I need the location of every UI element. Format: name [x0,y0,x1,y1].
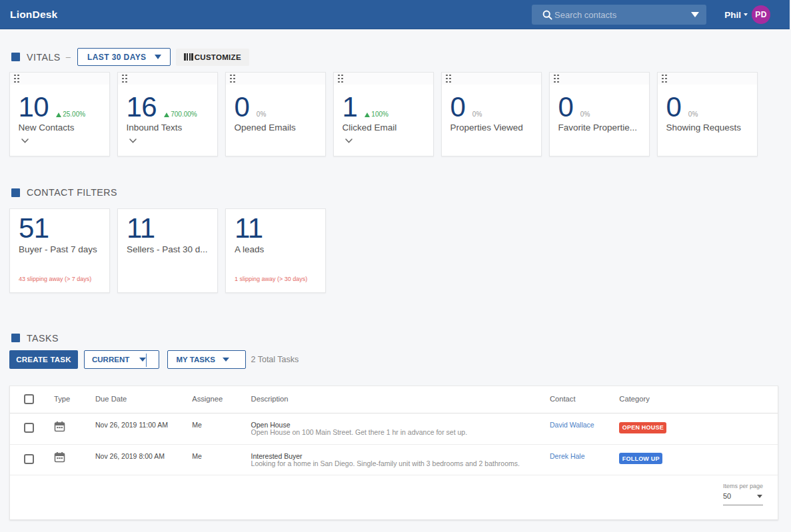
contact-filters-bullet-icon [11,188,20,197]
date-range-dropdown[interactable]: LAST 30 DAYS [77,48,171,66]
filter-card-sellers-past-d[interactable]: 11 Sellers - Past 30 d... [117,208,218,293]
row-checkbox[interactable] [24,423,34,433]
contact-search[interactable] [532,5,706,25]
card-header-band [226,73,325,85]
contact-filters-header: CONTACT FILTERS [11,187,791,198]
task-row: Nov 26, 2019 11:00 AM Me Open House Open… [10,413,778,445]
metric-value: 0 [235,93,250,121]
filter-label: Buyer - Past 7 days [19,244,105,254]
card-body: 16 700.00% Inbound Texts [118,85,217,143]
task-owner-dropdown[interactable]: MY TASKS [167,350,246,369]
vitals-card-clicked-email: 1 100% Clicked Email [333,72,434,156]
date-range-caret-icon [155,55,161,59]
chevron-down-icon[interactable] [129,138,137,143]
user-area: Phil PD [724,0,770,29]
user-menu-caret-icon [744,13,748,16]
delta-up-icon [365,113,370,117]
task-filter-label: CURRENT [92,356,129,364]
avatar[interactable]: PD [752,5,770,24]
card-header-band [334,73,433,85]
metric-value: 0 [450,93,466,121]
vitals-cards-row: 10 25.00% New Contacts 16 700.00% Inboun… [9,72,791,156]
task-subtitle: Open House on 100 Main Street. Get there… [251,428,550,436]
filter-count: 51 [19,214,49,242]
row-checkbox[interactable] [24,454,34,464]
card-body: 51 Buyer - Past 7 days 43 slipping away … [10,209,109,255]
drag-handle-icon[interactable] [554,75,559,83]
calendar-icon [54,451,65,463]
vitals-card-new-contacts: 10 25.00% New Contacts [9,72,110,156]
tasks-bullet-icon [11,334,20,342]
task-due-date: Nov 26, 2019 11:00 AM [95,413,192,429]
card-body: 11 A leads 1 slipping away (> 30 days) [226,209,325,255]
select-all-checkbox[interactable] [24,394,34,404]
vitals-card-showing-requests: 0 0% Showing Requests [657,72,758,156]
card-body: 0 0% Showing Requests [658,85,757,133]
search-dropdown-caret-icon[interactable] [691,12,699,17]
search-icon [542,10,552,20]
metric-label: New Contacts [19,123,106,133]
contact-link[interactable]: Derek Hale [550,452,585,460]
liondesk-logo[interactable]: LionDesk [10,9,57,21]
vitals-dash: – [66,52,71,62]
drag-handle-icon[interactable] [122,75,127,83]
drag-handle-icon[interactable] [446,75,451,83]
metric-value: 16 [127,93,157,121]
items-per-page-select[interactable]: 50 [723,490,763,505]
card-header-band [550,73,649,85]
filter-count: 11 [235,214,263,242]
task-assignee: Me [192,445,251,460]
top-navigation-bar: LionDesk Phil PD [0,0,791,29]
column-type: Type [47,386,95,403]
user-menu[interactable]: Phil [724,10,748,20]
column-category: Category [619,386,778,403]
metric-value: 10 [19,93,49,121]
drag-handle-icon[interactable] [14,75,19,83]
contact-link[interactable]: David Wallace [550,421,594,429]
create-task-button[interactable]: CREATE TASK [9,350,78,369]
column-description: Description [251,386,550,403]
task-filter-cursor [146,354,147,367]
customize-button[interactable]: CUSTOMIZE [176,49,249,66]
chevron-down-icon[interactable] [21,138,29,143]
table-body: Nov 26, 2019 11:00 AM Me Open House Open… [10,413,778,475]
task-subtitle: Looking for a home in San Diego. Single-… [251,459,550,467]
metric-label: Inbound Texts [127,123,214,133]
column-contact: Contact [550,386,619,403]
card-header-band [658,73,757,85]
card-header-band [442,73,541,85]
card-header-band [10,73,109,85]
search-input[interactable] [554,10,691,20]
items-per-page-caret-icon [757,495,762,498]
task-assignee: Me [192,413,251,429]
delta-up-icon [164,113,169,117]
chevron-down-icon[interactable] [345,138,353,143]
metric-label: Showing Requests [666,123,754,133]
tasks-table: Type Due Date Assignee Description Conta… [9,386,778,520]
filter-card-buyer-past-days[interactable]: 51 Buyer - Past 7 days 43 slipping away … [9,208,110,293]
filter-card-a-leads[interactable]: 11 A leads 1 slipping away (> 30 days) [225,208,326,293]
items-per-page: Items per page 50 [723,483,763,505]
metric-value: 1 [343,93,358,121]
drag-handle-icon[interactable] [338,75,343,83]
metric-label: Favorite Propertie... [558,123,646,133]
task-filter-caret-icon [139,358,146,362]
vitals-header: VITALS – LAST 30 DAYS CUSTOMIZE [11,48,791,66]
calendar-icon [54,421,65,432]
tasks-section: TASKS CREATE TASK CURRENT MY TASKS 2 Tot… [0,333,791,521]
contact-filter-cards-row: 51 Buyer - Past 7 days 43 slipping away … [9,208,791,293]
metric-delta: 100% [365,111,389,118]
metric-delta: 0% [580,111,590,118]
task-filter-dropdown[interactable]: CURRENT [84,350,159,369]
category-badge: OPEN HOUSE [619,422,666,433]
vitals-card-inbound-texts: 16 700.00% Inbound Texts [117,72,218,156]
vitals-bullet-icon [11,53,20,61]
drag-handle-icon[interactable] [662,75,667,83]
total-tasks-text: 2 Total Tasks [251,355,299,364]
vitals-card-favorite-propertie: 0 0% Favorite Propertie... [549,72,650,156]
metric-value: 0 [666,93,682,121]
vitals-card-properties-viewed: 0 0% Properties Viewed [441,72,542,156]
customize-bars-icon [184,53,193,61]
drag-handle-icon[interactable] [230,75,235,83]
card-body: 0 0% Opened Emails [226,85,325,133]
